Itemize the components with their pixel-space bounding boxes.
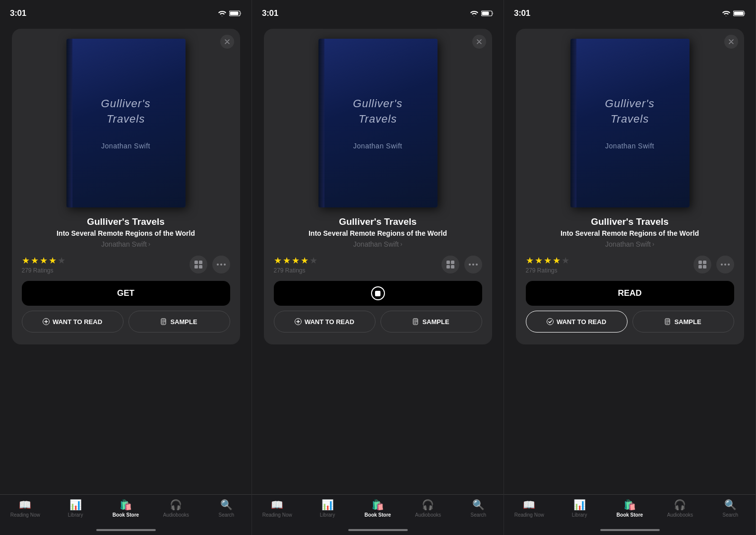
phone-panel-1: 3:01 Gulliver'sTravels Jonathan Swift Gu…	[0, 0, 252, 535]
more-icon-btn-1[interactable]	[212, 256, 230, 273]
sample-button-2[interactable]: SAMPLE	[380, 311, 482, 333]
sample-button-3[interactable]: SAMPLE	[632, 311, 734, 333]
book-subtitle-3: Into Several Remote Regions of the World	[526, 229, 734, 237]
tab-library-3[interactable]: 📊 Library	[554, 499, 604, 518]
search-icon-2: 🔍	[472, 499, 485, 511]
tab-bookstore-label-3: Book Store	[617, 512, 643, 518]
book-subtitle-2: Into Several Remote Regions of the World	[274, 229, 482, 237]
status-bar-1: 3:01	[0, 0, 252, 22]
tab-audiobooks-1[interactable]: 🎧 Audiobooks	[151, 499, 201, 518]
svg-point-30	[728, 264, 730, 266]
ratings-count-1: 279 Ratings	[22, 267, 65, 274]
svg-point-19	[476, 264, 478, 266]
want-to-read-button-2[interactable]: WANT TO READ	[274, 311, 376, 333]
tab-reading-now-3[interactable]: 📖 Reading Now	[504, 499, 554, 518]
status-time-3: 3:01	[514, 8, 530, 18]
ratings-right-1	[189, 256, 230, 273]
read-button-3[interactable]: READ	[526, 281, 734, 306]
library-icon-2: 📊	[321, 499, 334, 511]
tab-audiobooks-3[interactable]: 🎧 Audiobooks	[655, 499, 705, 518]
tab-bookstore-label-1: Book Store	[113, 512, 139, 518]
tab-search-3[interactable]: 🔍 Search	[705, 499, 756, 518]
tab-reading-now-label-1: Reading Now	[10, 512, 40, 518]
book-title-3: Gulliver's Travels	[526, 216, 734, 227]
ratings-left-1: ★ ★ ★ ★ ★ 279 Ratings	[22, 255, 65, 274]
more-icon-btn-2[interactable]	[464, 256, 482, 273]
book-card-3: Gulliver'sTravels Jonathan Swift Gullive…	[516, 29, 744, 344]
secondary-btns-3: WANT TO READ SAMPLE	[526, 311, 734, 333]
book-cover-wrap-3: Gulliver'sTravels Jonathan Swift	[526, 39, 734, 207]
svg-rect-13	[446, 261, 450, 264]
audiobooks-icon-1: 🎧	[170, 499, 182, 511]
secondary-btns-1: WANT TO READ SAMPLE	[22, 311, 230, 333]
want-to-read-button-3[interactable]: WANT TO READ	[526, 311, 628, 333]
status-icons-2	[470, 10, 494, 16]
status-icons-1	[218, 10, 242, 16]
ratings-left-3: ★ ★ ★ ★ ★ 279 Ratings	[526, 255, 569, 274]
document-icon-2	[413, 318, 419, 325]
battery-icon-1	[229, 10, 242, 16]
svg-rect-2	[194, 261, 198, 264]
svg-rect-3	[199, 261, 202, 264]
grid-icon-btn-1[interactable]	[189, 256, 207, 273]
book-author-2[interactable]: Jonathan Swift ›	[274, 240, 482, 248]
reading-now-icon-3: 📖	[523, 499, 535, 511]
tab-reading-now-1[interactable]: 📖 Reading Now	[0, 499, 50, 518]
library-icon-3: 📊	[573, 499, 586, 511]
book-info-3: Gulliver's Travels Into Several Remote R…	[526, 216, 734, 248]
grid-icon-btn-3[interactable]	[693, 256, 711, 273]
reading-now-icon-1: 📖	[19, 499, 31, 511]
svg-rect-26	[698, 265, 702, 268]
secondary-btns-2: WANT TO READ SAMPLE	[274, 311, 482, 333]
close-button-3[interactable]	[724, 35, 738, 49]
book-subtitle-1: Into Several Remote Regions of the World	[22, 229, 230, 237]
svg-rect-27	[703, 265, 706, 268]
svg-point-8	[224, 264, 226, 266]
more-icon-3	[721, 264, 730, 266]
book-cover-wrap-2: Gulliver'sTravels Jonathan Swift	[274, 39, 482, 207]
book-cover-3: Gulliver'sTravels Jonathan Swift	[570, 39, 690, 207]
stars-3: ★ ★ ★ ★ ★	[526, 255, 569, 266]
book-author-3[interactable]: Jonathan Swift ›	[526, 240, 734, 248]
book-cover-author-1: Jonathan Swift	[101, 142, 150, 150]
tab-bookstore-1[interactable]: 🛍️ Book Store	[101, 499, 151, 518]
svg-point-18	[472, 264, 474, 266]
plus-circle-icon-1	[43, 318, 50, 325]
status-time-2: 3:01	[262, 8, 278, 18]
tab-library-1[interactable]: 📊 Library	[50, 499, 100, 518]
more-icon-btn-3[interactable]	[716, 256, 734, 273]
book-cover-author-3: Jonathan Swift	[605, 142, 654, 150]
book-cover-title-2: Gulliver'sTravels	[343, 96, 413, 127]
tab-bookstore-3[interactable]: 🛍️ Book Store	[605, 499, 655, 518]
home-indicator-2	[348, 529, 408, 531]
svg-point-31	[547, 319, 553, 325]
status-icons-3	[722, 10, 746, 16]
close-button-1[interactable]	[220, 35, 234, 49]
wifi-icon-2	[470, 10, 478, 16]
grid-icon-btn-2[interactable]	[441, 256, 459, 273]
tab-bookstore-2[interactable]: 🛍️ Book Store	[353, 499, 403, 518]
get-button-1[interactable]: GET	[22, 281, 230, 306]
tab-search-1[interactable]: 🔍 Search	[201, 499, 252, 518]
book-title-1: Gulliver's Travels	[22, 216, 230, 227]
tab-search-2[interactable]: 🔍 Search	[453, 499, 504, 518]
status-bar-2: 3:01	[252, 0, 504, 22]
svg-point-28	[721, 264, 723, 266]
tab-audiobooks-label-1: Audiobooks	[163, 512, 189, 518]
sample-button-1[interactable]: SAMPLE	[128, 311, 230, 333]
downloading-button-2[interactable]	[274, 281, 482, 306]
book-author-1[interactable]: Jonathan Swift ›	[22, 240, 230, 248]
tab-library-2[interactable]: 📊 Library	[302, 499, 352, 518]
svg-point-7	[220, 264, 222, 266]
phone-panel-2: 3:01 Gulliver'sTravels Jonathan Swift Gu…	[252, 0, 504, 535]
want-to-read-button-1[interactable]: WANT TO READ	[22, 311, 124, 333]
book-cover-title-1: Gulliver'sTravels	[91, 96, 161, 127]
book-card-2: Gulliver'sTravels Jonathan Swift Gullive…	[264, 29, 492, 344]
close-button-2[interactable]	[472, 35, 486, 49]
more-icon-2	[469, 264, 478, 266]
tab-audiobooks-2[interactable]: 🎧 Audiobooks	[403, 499, 453, 518]
bookstore-icon-1: 🛍️	[120, 499, 132, 511]
phone-panel-3: 3:01 Gulliver'sTravels Jonathan Swift Gu…	[504, 0, 756, 535]
status-bar-3: 3:01	[504, 0, 756, 22]
tab-reading-now-2[interactable]: 📖 Reading Now	[252, 499, 302, 518]
